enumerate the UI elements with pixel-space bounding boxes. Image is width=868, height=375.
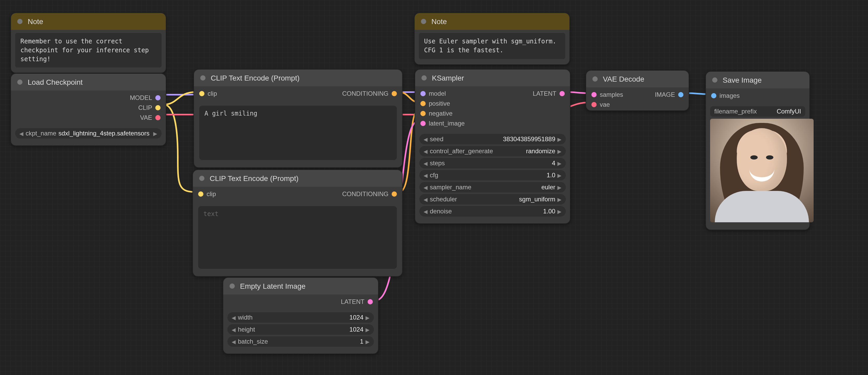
widget-value: sdxl_lightning_4step.safetensors xyxy=(58,130,151,137)
output-port-conditioning[interactable] xyxy=(392,191,397,196)
widget-value: ComfyUI xyxy=(757,108,801,115)
steps-widget[interactable]: ◀steps4▶ xyxy=(420,158,566,168)
input-label-negative: negative xyxy=(429,110,453,117)
output-port-latent[interactable] xyxy=(559,91,565,96)
arrow-right-icon[interactable]: ▶ xyxy=(556,148,563,154)
control-after-generate-widget[interactable]: ◀control_after_generaterandomize▶ xyxy=(420,146,566,156)
cfg-widget[interactable]: ◀cfg1.0▶ xyxy=(420,170,566,181)
node-header[interactable]: CLIP Text Encode (Prompt) xyxy=(193,170,402,187)
vae-decode-node[interactable]: VAE Decode samples IMAGE vae xyxy=(586,70,689,111)
input-label-samples: samples xyxy=(600,91,623,98)
output-port-conditioning[interactable] xyxy=(392,91,397,96)
node-header[interactable]: Save Image xyxy=(706,72,809,88)
arrow-left-icon[interactable]: ◀ xyxy=(423,148,429,154)
seed-widget[interactable]: ◀seed383043859951889▶ xyxy=(420,134,566,144)
collapse-dot-icon[interactable] xyxy=(421,19,426,24)
widget-value: 4 xyxy=(445,159,555,167)
widget-name: sampler_name xyxy=(430,184,471,191)
arrow-left-icon[interactable]: ◀ xyxy=(230,315,237,320)
collapse-dot-icon[interactable] xyxy=(17,19,23,24)
input-port-negative[interactable] xyxy=(421,111,426,116)
prompt-text-input[interactable]: A girl smiling xyxy=(199,106,397,160)
output-port-image[interactable] xyxy=(678,92,683,97)
widget-value: 383043859951889 xyxy=(443,135,555,143)
output-label-conditioning: CONDITIONING xyxy=(342,190,389,197)
save-image-node[interactable]: Save Image images filename_prefix ComfyU… xyxy=(705,71,810,230)
arrow-left-icon[interactable]: ◀ xyxy=(423,136,429,142)
collapse-dot-icon[interactable] xyxy=(229,283,235,289)
output-port-latent[interactable] xyxy=(368,299,373,304)
arrow-right-icon[interactable]: ▶ xyxy=(556,184,563,190)
node-header[interactable]: KSampler xyxy=(415,69,570,86)
note-text[interactable]: Remember to use the correct checkpoint f… xyxy=(15,33,162,68)
arrow-right-icon[interactable]: ▶ xyxy=(556,136,563,142)
input-port-clip[interactable] xyxy=(199,91,205,96)
collapse-dot-icon[interactable] xyxy=(17,80,23,85)
collapse-dot-icon[interactable] xyxy=(712,77,717,83)
collapse-dot-icon[interactable] xyxy=(199,176,205,181)
input-port-model[interactable] xyxy=(421,91,426,96)
node-title: Note xyxy=(28,17,43,26)
output-port-model[interactable] xyxy=(155,95,160,100)
width-widget[interactable]: ◀ width 1024 ▶ xyxy=(227,312,374,323)
load-checkpoint-node[interactable]: Load Checkpoint MODEL CLIP VAE ◀ ckpt_na… xyxy=(10,73,166,146)
node-graph-canvas[interactable]: Note Remember to use the correct checkpo… xyxy=(0,0,820,375)
output-port-clip[interactable] xyxy=(155,105,160,110)
arrow-left-icon[interactable]: ◀ xyxy=(423,209,429,214)
output-port-vae[interactable] xyxy=(155,115,160,120)
arrow-left-icon[interactable]: ◀ xyxy=(423,172,429,178)
arrow-left-icon[interactable]: ◀ xyxy=(18,130,25,136)
image-preview[interactable] xyxy=(710,119,814,222)
input-port-images[interactable] xyxy=(711,93,716,98)
note-text[interactable]: Use Euler sampler with sgm_uniform. CFG … xyxy=(419,33,565,59)
node-header[interactable]: VAE Decode xyxy=(586,71,689,87)
note-node-2[interactable]: Note Use Euler sampler with sgm_uniform.… xyxy=(414,12,570,65)
collapse-dot-icon[interactable] xyxy=(422,75,427,81)
node-header[interactable]: Load Checkpoint xyxy=(11,74,166,91)
arrow-right-icon[interactable]: ▶ xyxy=(152,130,158,136)
arrow-right-icon[interactable]: ▶ xyxy=(365,326,371,332)
node-header[interactable]: Note xyxy=(11,13,166,30)
note-node-1[interactable]: Note Remember to use the correct checkpo… xyxy=(10,12,166,73)
collapse-dot-icon[interactable] xyxy=(592,76,598,82)
collapse-dot-icon[interactable] xyxy=(200,75,206,81)
output-label-conditioning: CONDITIONING xyxy=(342,90,389,97)
empty-latent-image-node[interactable]: Empty Latent Image LATENT ◀ width 1024 ▶… xyxy=(223,277,379,354)
arrow-left-icon[interactable]: ◀ xyxy=(230,326,237,332)
widget-value: 1 xyxy=(268,338,364,345)
arrow-left-icon[interactable]: ◀ xyxy=(423,160,429,166)
widget-name: height xyxy=(238,326,255,333)
clip-text-encode-negative-node[interactable]: CLIP Text Encode (Prompt) clip CONDITION… xyxy=(192,169,403,277)
clip-text-encode-positive-node[interactable]: CLIP Text Encode (Prompt) clip CONDITION… xyxy=(193,69,403,168)
node-title: Empty Latent Image xyxy=(240,282,306,290)
batch-size-widget[interactable]: ◀ batch_size 1 ▶ xyxy=(227,336,374,347)
input-port-positive[interactable] xyxy=(421,101,426,106)
arrow-right-icon[interactable]: ▶ xyxy=(556,209,563,214)
arrow-right-icon[interactable]: ▶ xyxy=(556,160,563,166)
arrow-left-icon[interactable]: ◀ xyxy=(230,339,237,344)
arrow-right-icon[interactable]: ▶ xyxy=(365,339,371,344)
widget-value: randomize xyxy=(493,148,556,155)
ckpt-name-widget[interactable]: ◀ ckpt_name sdxl_lightning_4step.safeten… xyxy=(15,128,162,138)
input-port-samples[interactable] xyxy=(591,92,597,97)
input-port-clip[interactable] xyxy=(198,191,204,196)
node-header[interactable]: CLIP Text Encode (Prompt) xyxy=(194,69,402,86)
sampler-name-widget[interactable]: ◀sampler_nameeuler▶ xyxy=(420,182,566,192)
arrow-right-icon[interactable]: ▶ xyxy=(365,315,371,320)
node-header[interactable]: Empty Latent Image xyxy=(223,278,378,294)
node-header[interactable]: Note xyxy=(415,13,569,30)
arrow-right-icon[interactable]: ▶ xyxy=(556,172,563,178)
filename-prefix-widget[interactable]: filename_prefix ComfyUI xyxy=(710,106,805,117)
ksampler-node[interactable]: KSampler model LATENT positive negative … xyxy=(415,69,570,224)
arrow-right-icon[interactable]: ▶ xyxy=(556,196,563,202)
prompt-text-input[interactable]: text xyxy=(198,206,397,269)
input-port-vae[interactable] xyxy=(591,102,597,107)
scheduler-widget[interactable]: ◀schedulersgm_uniform▶ xyxy=(420,194,566,205)
denoise-widget[interactable]: ◀denoise1.00▶ xyxy=(420,206,566,217)
height-widget[interactable]: ◀ height 1024 ▶ xyxy=(227,324,374,335)
arrow-left-icon[interactable]: ◀ xyxy=(423,196,429,202)
input-port-latent-image[interactable] xyxy=(421,121,426,126)
output-label-latent: LATENT xyxy=(341,298,365,305)
arrow-left-icon[interactable]: ◀ xyxy=(423,184,429,190)
input-label-latent-image: latent_image xyxy=(429,120,465,127)
